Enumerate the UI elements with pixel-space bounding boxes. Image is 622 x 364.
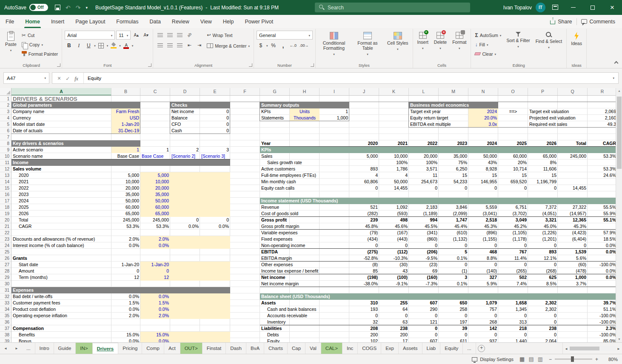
- decrease-decimal-button[interactable]: [299, 41, 310, 50]
- row-header-35[interactable]: 35: [0, 313, 11, 319]
- cell-R5[interactable]: 49.3: [588, 121, 616, 128]
- cell-R38[interactable]: -100.0%: [588, 332, 616, 338]
- cell-D39[interactable]: [170, 338, 200, 342]
- cell-K38[interactable]: 200: [379, 332, 409, 338]
- conditional-formatting-button[interactable]: Conditional Formatting: [318, 31, 350, 58]
- cell-L26[interactable]: -9.5%: [409, 255, 439, 262]
- zoom-slider[interactable]: [555, 358, 592, 360]
- cell-B20[interactable]: 245,000: [111, 217, 140, 223]
- column-header-B[interactable]: B: [111, 88, 140, 96]
- cell-D14[interactable]: [170, 179, 200, 185]
- cell-P25[interactable]: 893: [528, 249, 558, 255]
- cancel-icon[interactable]: [57, 74, 61, 82]
- cell-P13[interactable]: 15: [528, 172, 558, 179]
- row-header-9[interactable]: 9: [0, 147, 11, 153]
- collapse-ribbon-icon[interactable]: [614, 61, 619, 65]
- cell-E5[interactable]: 0: [200, 121, 230, 128]
- cell-D18[interactable]: [170, 204, 200, 210]
- sheet-tab-Comp-6[interactable]: Comp: [142, 343, 164, 354]
- cell-N3[interactable]: 2024: [468, 108, 498, 115]
- sheet-nav-left-icon[interactable]: [0, 343, 11, 354]
- cell-B6[interactable]: 31-Dec-19: [111, 128, 140, 134]
- cell-G23[interactable]: Fixed expenses: [260, 236, 349, 242]
- cell-J13[interactable]: 4: [349, 172, 379, 179]
- cell-L29[interactable]: (160): [409, 274, 439, 281]
- cell-Q8[interactable]: Total: [558, 140, 588, 147]
- scroll-left-icon[interactable]: [565, 346, 568, 351]
- cell-M24[interactable]: 0: [439, 242, 468, 249]
- cell-D23[interactable]: [170, 236, 200, 242]
- cell-R3[interactable]: 2,069: [588, 108, 616, 115]
- column-header-A[interactable]: A: [11, 88, 111, 96]
- cell-J20[interactable]: 239: [349, 217, 379, 223]
- cell-D34[interactable]: [170, 306, 200, 313]
- cell-K23[interactable]: (443): [379, 236, 409, 242]
- cell-P15[interactable]: 0: [528, 185, 558, 191]
- bold-button[interactable]: [65, 41, 73, 50]
- cell-D35[interactable]: [170, 313, 200, 319]
- cell-B21[interactable]: 53.3%: [111, 223, 140, 230]
- cell-N23[interactable]: (1,155): [468, 236, 498, 242]
- cell-G27[interactable]: Other expenses: [260, 262, 349, 268]
- cell-L5[interactable]: EBITDA exit multiple: [409, 121, 468, 128]
- cell-J14[interactable]: 60,806: [349, 179, 379, 185]
- cell-A38[interactable]: Benefits: [11, 332, 111, 338]
- display-settings-button[interactable]: Display Settings: [472, 357, 514, 362]
- cell-A28[interactable]: Amount: [11, 268, 111, 274]
- cell-M20[interactable]: 1,747: [439, 217, 468, 223]
- cell-P38[interactable]: 0: [528, 332, 558, 338]
- cell-A11[interactable]: Income: [11, 159, 230, 166]
- cell-A15[interactable]: 2022: [11, 185, 111, 191]
- cell-A19[interactable]: 2026: [11, 210, 111, 217]
- cell-M12[interactable]: 6,250: [439, 166, 468, 172]
- horizontal-scroll-thumb[interactable]: [570, 347, 599, 350]
- cell-L2[interactable]: Business model economics: [409, 102, 498, 108]
- cell-E32[interactable]: [200, 293, 230, 300]
- select-all-corner[interactable]: [0, 88, 11, 96]
- cell-O18[interactable]: 6,751: [498, 204, 528, 210]
- cell-N35[interactable]: 0: [468, 313, 498, 319]
- cell-R36[interactable]: -100.0%: [588, 319, 616, 325]
- insert-function-icon[interactable]: [74, 74, 78, 82]
- borders-button[interactable]: [97, 41, 106, 50]
- sheet-tab-more-22[interactable]: ...: [463, 343, 476, 354]
- cell-L18[interactable]: 2,183: [409, 204, 439, 210]
- cell-L30[interactable]: -7.3%: [409, 281, 439, 287]
- align-right-button[interactable]: [175, 41, 184, 49]
- cell-C15[interactable]: 20,000: [140, 185, 170, 191]
- cell-P5[interactable]: Required exit sales: [528, 121, 588, 128]
- cell-A10[interactable]: Scenario name: [11, 153, 111, 159]
- cell-M28[interactable]: (1): [439, 268, 468, 274]
- cell-K19[interactable]: (593): [379, 210, 409, 217]
- column-header-Q[interactable]: Q: [558, 88, 588, 96]
- cell-E15[interactable]: [200, 185, 230, 191]
- cell-C29[interactable]: 12: [140, 274, 170, 281]
- horizontal-scrollbar[interactable]: [562, 343, 622, 354]
- cell-B14[interactable]: 10,000: [111, 179, 140, 185]
- cell-J27[interactable]: (8): [349, 262, 379, 268]
- cell-R8[interactable]: CAGR: [588, 140, 616, 147]
- cell-N36[interactable]: 268: [468, 319, 498, 325]
- cell-D28[interactable]: [170, 268, 200, 274]
- delete-cells-button[interactable]: Delete: [432, 31, 448, 52]
- menu-tab-view[interactable]: View: [195, 15, 217, 28]
- cell-D21[interactable]: 0.0%: [170, 223, 200, 230]
- cell-R25[interactable]: 0.0%: [588, 249, 616, 255]
- percent-style-button[interactable]: [269, 41, 277, 50]
- ribbon-display-options-icon[interactable]: [552, 5, 558, 10]
- name-box[interactable]: A47: [3, 72, 49, 84]
- fill-color-button[interactable]: [109, 41, 118, 50]
- row-header-7[interactable]: 7: [0, 134, 11, 140]
- cell-A2[interactable]: Global parameters: [11, 102, 140, 108]
- cell-C13[interactable]: 5,000: [140, 172, 170, 179]
- cell-M34[interactable]: 258: [439, 306, 468, 313]
- cell-E21[interactable]: 0.0%: [200, 223, 230, 230]
- cell-K11[interactable]: 100%: [379, 159, 409, 166]
- account-area[interactable]: Ivan Topalov IT: [503, 0, 545, 15]
- cell-M8[interactable]: 2023: [439, 140, 468, 147]
- sheet-tab-Inc-16[interactable]: Inc: [342, 343, 358, 354]
- cell-M29[interactable]: 3: [439, 274, 468, 281]
- align-left-button[interactable]: [156, 41, 164, 49]
- cell-L22[interactable]: (341): [409, 230, 439, 236]
- cell-P19[interactable]: (4,051): [528, 210, 558, 217]
